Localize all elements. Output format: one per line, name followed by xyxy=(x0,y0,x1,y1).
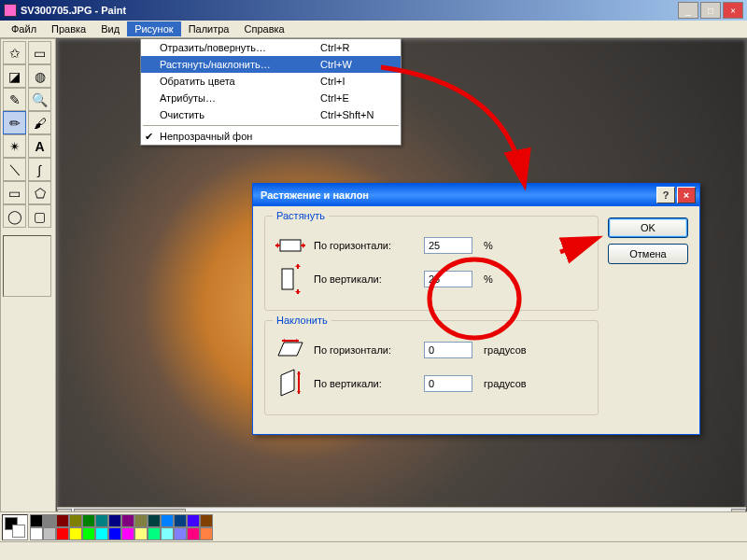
tool-eraser[interactable]: ◪ xyxy=(3,64,26,88)
dialog-help-button[interactable]: ? xyxy=(656,187,675,203)
skew-horiz-label: По горизонтали: xyxy=(314,344,416,356)
palette-swatch[interactable] xyxy=(95,527,108,540)
palette-swatch[interactable] xyxy=(43,527,56,540)
palette-swatch[interactable] xyxy=(56,527,69,540)
svg-marker-9 xyxy=(295,291,301,294)
palette-swatch[interactable] xyxy=(82,527,95,540)
palette-swatch[interactable] xyxy=(148,514,161,527)
skew-vert-icon xyxy=(275,370,306,398)
palette-swatch[interactable] xyxy=(43,514,56,527)
status-bar xyxy=(0,541,747,560)
dd-stretch-skew[interactable]: Растянуть/наклонить… Ctrl+W xyxy=(141,56,401,73)
main-titlebar: SV300705.JPG - Paint _ □ × xyxy=(0,0,747,21)
close-button[interactable]: × xyxy=(723,2,743,19)
tool-rectangle[interactable]: ▭ xyxy=(3,181,26,204)
skew-legend: Наклонить xyxy=(273,315,331,326)
tool-rounded-rect[interactable]: ▢ xyxy=(28,204,51,228)
dd-separator xyxy=(143,125,399,126)
svg-marker-17 xyxy=(297,391,301,394)
minimize-button[interactable]: _ xyxy=(678,2,698,19)
palette-swatch[interactable] xyxy=(187,527,200,540)
background-color xyxy=(12,525,25,538)
image-dropdown: Отразить/повернуть… Ctrl+R Растянуть/нак… xyxy=(140,38,402,146)
palette-swatch[interactable] xyxy=(134,514,148,527)
palette-swatch[interactable] xyxy=(108,514,121,527)
dd-clear[interactable]: Очистить Ctrl+Shft+N xyxy=(141,106,401,123)
skew-vert-input[interactable] xyxy=(424,375,472,392)
palette-swatch[interactable] xyxy=(187,514,200,527)
menu-edit[interactable]: Правка xyxy=(44,21,93,36)
palette-swatch[interactable] xyxy=(200,527,213,540)
palette-swatch[interactable] xyxy=(82,514,95,527)
app-icon xyxy=(4,4,17,17)
tool-brush[interactable]: 🖌 xyxy=(28,111,51,134)
tool-rect-select[interactable]: ▭ xyxy=(28,41,51,64)
check-icon: ✔ xyxy=(145,131,153,143)
svg-marker-14 xyxy=(281,370,294,396)
tool-options xyxy=(3,235,51,297)
maximize-button[interactable]: □ xyxy=(700,2,721,19)
stretch-horiz-icon xyxy=(275,231,306,259)
dd-flip-rotate[interactable]: Отразить/повернуть… Ctrl+R xyxy=(141,39,401,56)
dd-opaque-bg[interactable]: ✔ Непрозрачный фон xyxy=(141,128,401,145)
skew-vert-label: По вертикали: xyxy=(314,378,416,389)
dd-invert-colors[interactable]: Обратить цвета Ctrl+I xyxy=(141,73,401,90)
cancel-button[interactable]: Отмена xyxy=(608,244,688,264)
stretch-vert-input[interactable] xyxy=(424,271,472,287)
palette-swatch[interactable] xyxy=(121,527,134,540)
tool-line[interactable]: ＼ xyxy=(3,158,26,181)
stretch-legend: Растянуть xyxy=(273,210,329,221)
current-colors[interactable] xyxy=(2,514,28,540)
svg-marker-4 xyxy=(303,243,305,248)
palette-swatch[interactable] xyxy=(56,514,69,527)
palette-swatch[interactable] xyxy=(161,527,174,540)
palette-swatch[interactable] xyxy=(69,527,82,540)
tool-polygon[interactable]: ⬠ xyxy=(28,181,51,204)
menu-view[interactable]: Вид xyxy=(93,21,127,36)
palette-swatch[interactable] xyxy=(134,527,148,540)
menu-file[interactable]: Файл xyxy=(4,21,44,36)
palette-swatch[interactable] xyxy=(161,514,174,527)
menu-help[interactable]: Справка xyxy=(237,21,292,36)
svg-marker-10 xyxy=(278,343,303,356)
dialog-titlebar[interactable]: Растяжение и наклон ? × xyxy=(253,184,699,206)
stretch-horiz-input[interactable] xyxy=(424,237,472,254)
dialog-close-button[interactable]: × xyxy=(677,187,696,203)
palette-swatch[interactable] xyxy=(95,514,108,527)
skew-horiz-icon xyxy=(275,336,306,364)
tool-text[interactable]: A xyxy=(28,134,51,158)
stretch-vert-icon xyxy=(275,265,306,293)
svg-marker-13 xyxy=(296,339,299,343)
color-palette xyxy=(0,511,747,541)
palette-swatch[interactable] xyxy=(174,527,187,540)
tool-freeform-select[interactable]: ✩ xyxy=(3,41,26,64)
skew-horiz-input[interactable] xyxy=(424,342,472,358)
palette-swatch[interactable] xyxy=(108,527,121,540)
stretch-horiz-label: По горизонтали: xyxy=(314,240,416,251)
tool-ellipse[interactable]: ◯ xyxy=(3,204,26,228)
window-title: SV300705.JPG - Paint xyxy=(21,5,678,16)
stretch-vert-label: По вертикали: xyxy=(314,273,416,285)
palette-swatch[interactable] xyxy=(30,514,43,527)
palette-swatch[interactable] xyxy=(174,514,187,527)
palette-swatch[interactable] xyxy=(200,514,213,527)
menu-palette[interactable]: Палитра xyxy=(181,21,237,36)
dd-attributes[interactable]: Атрибуты… Ctrl+E xyxy=(141,90,401,106)
tool-airbrush[interactable]: ✴ xyxy=(3,134,26,158)
svg-rect-5 xyxy=(282,269,293,289)
tool-picker[interactable]: ✎ xyxy=(3,88,26,111)
tool-curve[interactable]: ∫ xyxy=(28,158,51,181)
stretch-skew-dialog: Растяжение и наклон ? × Растянуть По гор… xyxy=(252,183,700,435)
svg-marker-3 xyxy=(275,243,278,248)
menubar: Файл Правка Вид Рисунок Палитра Справка xyxy=(0,21,747,38)
tool-magnifier[interactable]: 🔍 xyxy=(28,88,51,111)
svg-marker-16 xyxy=(297,371,301,374)
tool-pencil[interactable]: ✏ xyxy=(3,111,26,134)
tool-fill[interactable]: ◍ xyxy=(28,64,51,88)
ok-button[interactable]: OK xyxy=(608,217,688,238)
palette-swatch[interactable] xyxy=(69,514,82,527)
palette-swatch[interactable] xyxy=(148,527,161,540)
menu-image[interactable]: Рисунок xyxy=(127,21,181,36)
palette-swatch[interactable] xyxy=(121,514,134,527)
palette-swatch[interactable] xyxy=(30,527,43,540)
